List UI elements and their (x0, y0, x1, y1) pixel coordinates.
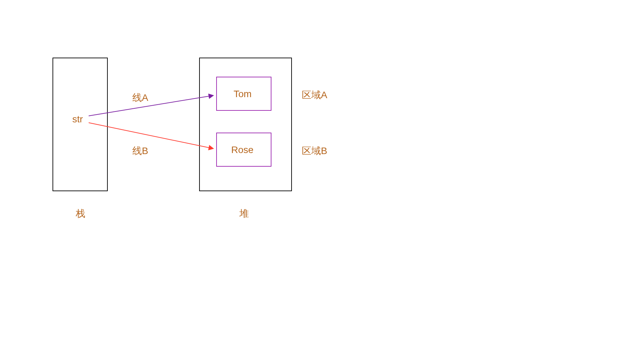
arrow-a-label: 线A (132, 91, 148, 104)
stack-variable-label: str (72, 114, 83, 125)
heap-value-b: Rose (231, 145, 253, 155)
memory-diagram: str Tom Rose 线A 线B 区域A 区域B 栈 堆 (0, 0, 637, 364)
heap-box (199, 58, 292, 191)
heap-value-a: Tom (234, 89, 252, 100)
region-a-label: 区域A (302, 89, 327, 102)
heap-label: 堆 (239, 207, 249, 220)
stack-label: 栈 (76, 207, 85, 220)
region-b-label: 区域B (302, 145, 327, 157)
diagram-svg (0, 0, 637, 364)
arrow-b-label: 线B (132, 145, 148, 157)
